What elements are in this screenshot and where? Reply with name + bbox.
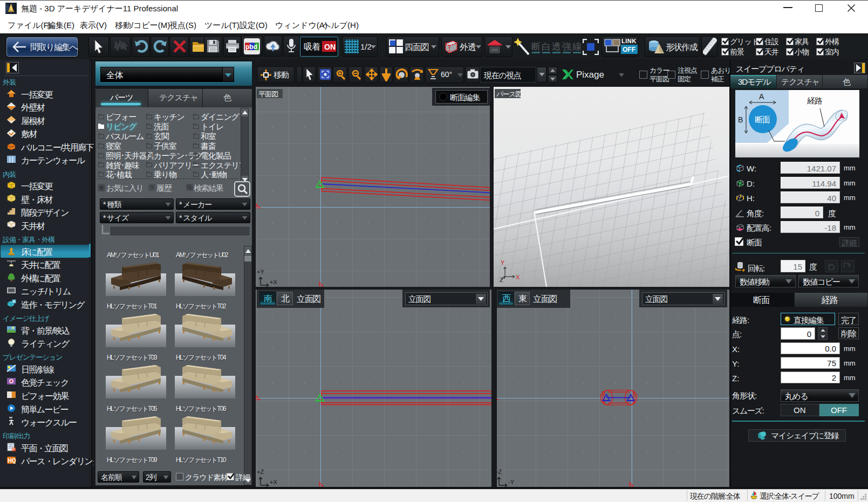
svg-text:Y: Y	[501, 259, 505, 266]
svg-text:X: X	[516, 274, 520, 280]
svg-text:経路: 経路	[807, 96, 823, 105]
svg-text:+Y: +Y	[257, 269, 264, 275]
svg-text:pbd: pbd	[245, 43, 257, 51]
svg-text:-Y: -Y	[508, 479, 515, 485]
svg-text:+Z: +Z	[257, 469, 264, 475]
svg-text:Z: Z	[500, 277, 503, 283]
svg-text:A: A	[759, 92, 764, 101]
svg-text:HQ: HQ	[8, 458, 16, 464]
svg-text:+X: +X	[270, 479, 277, 485]
svg-text:断面: 断面	[755, 115, 770, 124]
svg-text:B: B	[738, 115, 743, 124]
svg-text:+X: +X	[270, 279, 277, 285]
